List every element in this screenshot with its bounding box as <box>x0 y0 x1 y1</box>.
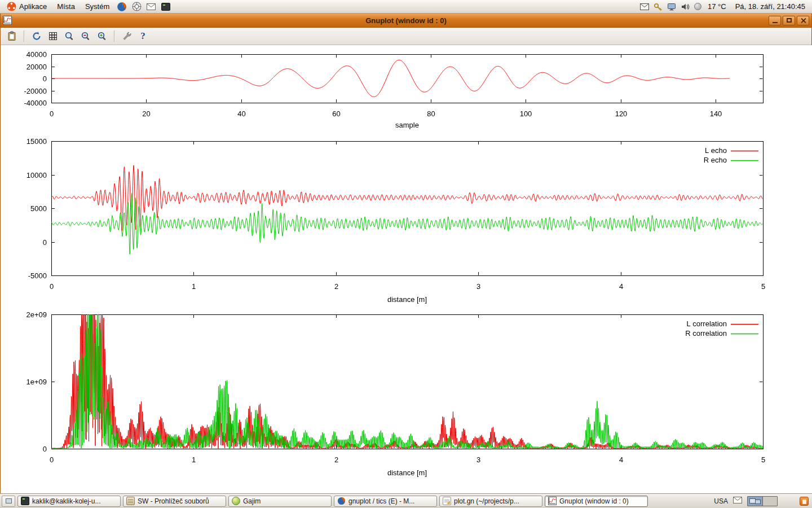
taskbar-item-label: Gnuplot (window id : 0) <box>559 497 629 505</box>
close-button[interactable] <box>797 16 809 25</box>
ubuntu-logo-icon <box>7 2 16 11</box>
configure-button[interactable] <box>119 29 134 43</box>
magnifier-plus-icon <box>97 31 107 41</box>
minimize-button[interactable] <box>769 16 781 25</box>
maximize-button[interactable] <box>783 16 795 25</box>
magnifier-minus-icon <box>81 31 91 41</box>
taskbar-item-label: gnuplot / tics (E) - M... <box>348 497 414 505</box>
help-launcher-icon[interactable] <box>130 0 143 13</box>
plot-area <box>1 45 811 493</box>
firefox-launcher-icon[interactable] <box>115 0 129 13</box>
temperature-label[interactable]: 17 °C <box>704 2 730 11</box>
panel-tray: 17 °C Pá, 18. září, 21:40:45 <box>638 0 810 13</box>
toolbar-separator <box>24 30 24 42</box>
zoom-button[interactable] <box>61 29 77 43</box>
mail-notifier-icon[interactable] <box>638 0 651 13</box>
display-icon[interactable] <box>665 0 678 13</box>
gnuplot-canvas[interactable] <box>1 45 812 493</box>
taskbar-item-label: SW - Prohlížeč souborů <box>138 497 209 505</box>
gnuplot-window-icon <box>3 16 12 25</box>
taskbar-item-gnuplot[interactable]: Gnuplot (window id : 0) <box>545 496 648 507</box>
show-desktop-button[interactable] <box>2 496 15 507</box>
minimize-icon <box>773 22 778 23</box>
trash-icon[interactable] <box>800 497 809 506</box>
taskbar-item-label: Gajim <box>243 497 261 505</box>
menu-applications-label: Aplikace <box>19 2 47 11</box>
show-desktop-icon <box>6 498 12 503</box>
zoom-in-button[interactable] <box>94 29 109 43</box>
close-icon <box>800 17 806 24</box>
help-button[interactable]: ? <box>135 29 151 43</box>
refresh-icon <box>32 31 42 41</box>
clipboard-icon <box>7 31 17 41</box>
taskbar-item-firefox[interactable]: gnuplot / tics (E) - M... <box>334 496 437 507</box>
menu-system-label: Systém <box>85 2 109 11</box>
workspace-1[interactable] <box>748 497 762 506</box>
menu-system[interactable]: Systém <box>81 0 114 13</box>
wrench-icon <box>122 31 132 41</box>
volume-icon[interactable] <box>679 0 691 13</box>
mail-launcher-icon[interactable] <box>144 0 158 13</box>
taskbar-item-file-manager[interactable]: SW - Prohlížeč souborů <box>123 496 226 507</box>
zoom-out-button[interactable] <box>78 29 93 43</box>
clock[interactable]: Pá, 18. září, 21:40:45 <box>731 2 810 11</box>
maximize-icon <box>787 18 792 23</box>
taskbar: kaklik@kaklik-kolej-u... SW - Prohlížeč … <box>0 493 812 508</box>
menu-places-label: Místa <box>57 2 75 11</box>
terminal-launcher-glyph <box>161 3 170 11</box>
taskbar-item-label: kaklik@kaklik-kolej-u... <box>32 497 101 505</box>
taskbar-item-terminal[interactable]: kaklik@kaklik-kolej-u... <box>17 496 121 507</box>
toggle-grid-button[interactable] <box>45 29 60 43</box>
text-editor-icon <box>443 497 451 505</box>
magnifier-icon <box>64 31 74 41</box>
replot-button[interactable] <box>29 29 44 43</box>
gajim-icon <box>232 497 240 505</box>
taskbar-right: USA <box>714 496 810 506</box>
file-manager-icon <box>126 497 135 505</box>
grid-icon <box>48 31 58 41</box>
window-controls <box>769 16 809 25</box>
workspace-2[interactable] <box>762 497 777 506</box>
gnuplot-window: Gnuplot (window id : 0) <box>0 14 812 493</box>
taskbar-item-editor[interactable]: plot.gn (~/projects/p... <box>439 496 542 507</box>
taskbar-item-gajim[interactable]: Gajim <box>228 496 332 507</box>
copy-to-clipboard-button[interactable] <box>4 29 19 43</box>
terminal-launcher-icon[interactable] <box>159 0 173 13</box>
titlebar[interactable]: Gnuplot (window id : 0) <box>1 14 811 28</box>
mail-tray-icon[interactable] <box>733 497 742 505</box>
gnuplot-icon <box>548 497 557 505</box>
top-panel: Aplikace Místa Systém <box>0 0 812 14</box>
help-icon: ? <box>140 30 145 42</box>
workspace-switcher <box>747 496 778 506</box>
toolbar: ? <box>1 28 811 45</box>
toolbar-separator <box>114 30 114 42</box>
terminal-icon <box>21 497 29 505</box>
weather-icon[interactable] <box>694 3 701 10</box>
taskbar-item-label: plot.gn (~/projects/p... <box>454 497 519 505</box>
menu-places[interactable]: Místa <box>52 0 80 13</box>
firefox-icon <box>337 497 346 505</box>
desktop: Aplikace Místa Systém <box>0 0 812 508</box>
keyring-icon[interactable] <box>652 0 664 13</box>
window-title: Gnuplot (window id : 0) <box>1 16 811 25</box>
keyboard-layout-indicator[interactable]: USA <box>714 497 728 505</box>
menu-applications[interactable]: Aplikace <box>2 0 51 13</box>
panel-left: Aplikace Místa Systém <box>2 0 173 13</box>
